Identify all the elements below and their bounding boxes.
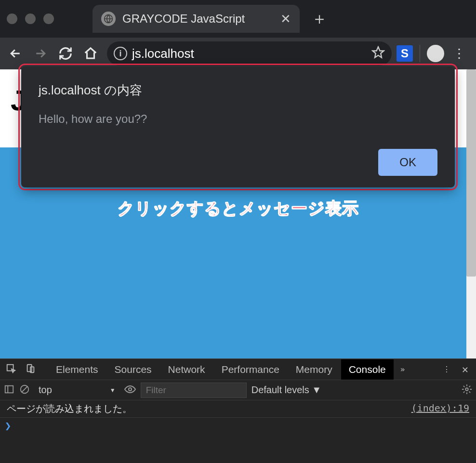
devtools-panel: Elements Sources Network Performance Mem…	[0, 358, 476, 463]
svg-rect-4	[5, 385, 13, 393]
separator	[420, 45, 420, 62]
gear-icon[interactable]	[462, 384, 472, 397]
svg-rect-1	[7, 364, 13, 370]
inspect-icon[interactable]	[2, 363, 20, 376]
annotation-text: クリックするとメッセージ表示	[118, 198, 359, 358]
devtools-tabbar: Elements Sources Network Performance Mem…	[0, 359, 476, 380]
console-log-line[interactable]: ページが読み込まれました。 (index):19	[0, 400, 476, 418]
log-source[interactable]: (index):19	[411, 402, 469, 415]
menu-button[interactable]: ⋮	[446, 46, 472, 61]
globe-icon	[101, 12, 116, 26]
close-icon[interactable]: ✕	[280, 12, 291, 26]
bookmark-star-icon[interactable]	[371, 46, 385, 61]
profile-avatar[interactable]	[427, 45, 444, 62]
devtools-close-button[interactable]: ✕	[456, 363, 474, 375]
close-window-icon[interactable]	[7, 13, 17, 24]
log-message: ページが読み込まれました。	[7, 402, 132, 415]
browser-tab[interactable]: GRAYCODE JavaScript ✕	[93, 5, 300, 33]
alert-dialog: js.localhost の内容 Hello, how are you?? OK	[21, 66, 455, 187]
tab-performance[interactable]: Performance	[214, 359, 287, 380]
scrollbar[interactable]	[466, 69, 476, 358]
tab-sources[interactable]: Sources	[107, 359, 159, 380]
more-tabs-button[interactable]: »	[395, 365, 411, 374]
extension-icon[interactable]: S	[397, 45, 413, 62]
back-button[interactable]	[4, 42, 27, 65]
alert-highlight: js.localhost の内容 Hello, how are you?? OK	[18, 64, 458, 190]
info-icon[interactable]: i	[114, 47, 127, 60]
svg-point-6	[129, 388, 132, 391]
filter-input[interactable]	[141, 383, 247, 398]
console-prompt[interactable]: ❯	[0, 418, 476, 434]
window-controls	[7, 13, 54, 24]
chevron-down-icon: ▼	[110, 387, 116, 394]
url-text: js.localhost	[132, 46, 367, 61]
live-expression-icon[interactable]	[124, 384, 136, 397]
clear-console-icon[interactable]	[19, 384, 30, 397]
address-bar[interactable]: i js.localhost	[107, 41, 392, 66]
new-tab-button[interactable]: ＋	[311, 8, 328, 30]
minimize-window-icon[interactable]	[25, 13, 36, 24]
ok-button[interactable]: OK	[378, 149, 437, 176]
forward-button[interactable]	[29, 42, 52, 65]
titlebar: GRAYCODE JavaScript ✕ ＋	[0, 0, 476, 38]
device-toggle-icon[interactable]	[21, 363, 40, 376]
tab-memory[interactable]: Memory	[288, 359, 340, 380]
svg-rect-2	[27, 364, 32, 371]
reload-button[interactable]	[54, 42, 77, 65]
maximize-window-icon[interactable]	[43, 13, 54, 24]
tab-title: GRAYCODE JavaScript	[122, 12, 274, 26]
context-label: top	[39, 384, 52, 396]
tab-network[interactable]: Network	[160, 359, 213, 380]
tab-console[interactable]: Console	[341, 359, 394, 380]
home-button[interactable]	[79, 42, 102, 65]
context-selector[interactable]: top ▼	[35, 384, 119, 396]
devtools-menu-button[interactable]: ⋮	[438, 365, 455, 374]
console-toolbar: top ▼ Default levels ▼	[0, 380, 476, 400]
console-sidebar-icon[interactable]	[4, 384, 14, 397]
scrollbar-thumb[interactable]	[466, 69, 476, 277]
alert-message: Hello, how are you??	[39, 112, 437, 126]
tab-elements[interactable]: Elements	[48, 359, 106, 380]
svg-point-7	[465, 388, 468, 391]
console-output: ページが読み込まれました。 (index):19 ❯	[0, 400, 476, 463]
log-levels-selector[interactable]: Default levels ▼	[251, 384, 321, 396]
alert-title: js.localhost の内容	[39, 82, 437, 99]
